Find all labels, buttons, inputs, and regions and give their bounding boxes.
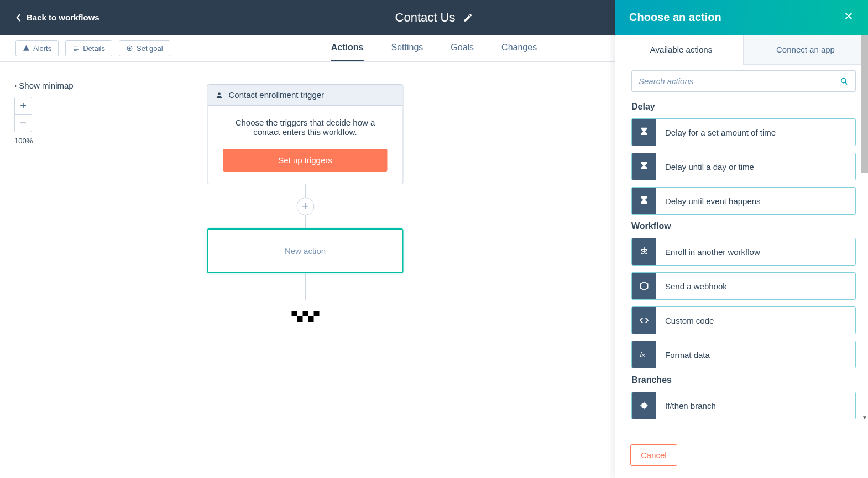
action-group-title: Branches <box>631 375 856 385</box>
action-item-delay-until-a-day-or-time[interactable]: Delay until a day or time <box>631 153 856 180</box>
choose-action-panel: Choose an action Available actions Conne… <box>615 0 868 478</box>
scrollbar-thumb[interactable] <box>861 35 868 173</box>
tab-goals[interactable]: Goals <box>451 35 474 61</box>
enrollment-trigger-card[interactable]: Contact enrollment trigger Choose the tr… <box>207 84 404 184</box>
action-item-label: Format data <box>656 350 719 360</box>
tab-changes[interactable]: Changes <box>501 35 537 61</box>
search-icon <box>840 77 849 86</box>
action-item-enroll-in-another-workflow[interactable]: Enroll in another workflow <box>631 238 856 266</box>
action-item-format-data[interactable]: fxFormat data <box>631 341 856 368</box>
action-item-label: Delay until a day or time <box>656 162 763 172</box>
action-group-title: Delay <box>631 102 856 112</box>
action-item-label: Delay for a set amount of time <box>656 128 785 137</box>
back-to-workflows-link[interactable]: Back to workflows <box>15 13 100 22</box>
zoom-in-button[interactable]: + <box>14 97 32 115</box>
pencil-icon[interactable] <box>463 13 473 23</box>
chevron-right-icon: › <box>14 81 17 90</box>
connector-line <box>305 273 306 300</box>
add-action-plus[interactable]: + <box>296 198 314 215</box>
connector-line <box>305 215 306 228</box>
minimap-label: Show minimap <box>19 81 73 90</box>
svg-text:fx: fx <box>640 351 646 358</box>
panel-tab-available[interactable]: Available actions <box>619 35 743 65</box>
contact-icon <box>216 91 223 99</box>
action-item-if-then-branch[interactable]: If/then branch <box>631 392 856 419</box>
search-actions-wrap <box>631 70 856 92</box>
details-label: Details <box>83 44 105 53</box>
show-minimap-toggle[interactable]: › Show minimap <box>14 81 74 90</box>
back-label: Back to workflows <box>27 13 100 22</box>
set-goal-button[interactable]: Set goal <box>119 40 170 56</box>
tab-settings[interactable]: Settings <box>391 35 423 61</box>
sitemap-icon <box>632 238 656 265</box>
action-item-label: Enroll in another workflow <box>656 247 769 257</box>
panel-tab-connect[interactable]: Connect an app <box>743 35 868 65</box>
trigger-desc: Choose the triggers that decide how a co… <box>223 118 388 137</box>
zoom-percent: 100% <box>14 137 74 145</box>
zoom-out-button[interactable]: − <box>14 115 32 132</box>
cube-icon <box>632 273 656 299</box>
panel-title: Choose an action <box>629 11 721 24</box>
end-flag-icon <box>291 311 319 322</box>
fx-icon: fx <box>632 341 656 368</box>
action-item-delay-for-a-set-amount-of-time[interactable]: Delay for a set amount of time <box>631 118 856 146</box>
svg-point-3 <box>841 78 846 82</box>
chevron-left-icon <box>15 13 22 22</box>
close-panel-button[interactable] <box>844 11 854 24</box>
details-icon <box>72 45 80 52</box>
alerts-button[interactable]: Alerts <box>15 40 59 56</box>
alerts-label: Alerts <box>33 44 51 53</box>
action-item-send-a-webhook[interactable]: Send a webhook <box>631 272 856 300</box>
tab-actions[interactable]: Actions <box>331 35 364 61</box>
alert-icon <box>23 45 30 52</box>
action-group-title: Workflow <box>631 221 856 231</box>
set-up-triggers-button[interactable]: Set up triggers <box>223 149 388 172</box>
hourglass-icon <box>632 188 656 214</box>
close-icon <box>844 11 854 21</box>
code-icon <box>632 307 656 334</box>
action-item-label: Delay until event happens <box>656 196 770 206</box>
cancel-button[interactable]: Cancel <box>630 444 677 466</box>
setgoal-label: Set goal <box>137 44 163 53</box>
branch-icon <box>632 392 656 419</box>
svg-point-2 <box>218 92 221 95</box>
hourglass-icon <box>632 119 656 146</box>
action-item-delay-until-event-happens[interactable]: Delay until event happens <box>631 187 856 215</box>
action-item-label: Custom code <box>656 316 723 325</box>
workflow-title: Contact Us <box>395 11 456 25</box>
connector-line <box>305 184 306 198</box>
svg-point-1 <box>129 47 130 49</box>
trigger-title: Contact enrollment trigger <box>229 90 325 100</box>
action-item-label: Send a webhook <box>656 282 736 291</box>
hourglass-icon <box>632 153 656 180</box>
action-item-custom-code[interactable]: Custom code <box>631 306 856 334</box>
target-icon <box>126 45 133 52</box>
details-button[interactable]: Details <box>65 40 112 56</box>
scroll-down-arrow[interactable]: ▼ <box>861 414 868 420</box>
action-item-label: If/then branch <box>656 401 725 411</box>
search-actions-input[interactable] <box>639 76 840 86</box>
new-action-card[interactable]: New action <box>207 228 404 273</box>
